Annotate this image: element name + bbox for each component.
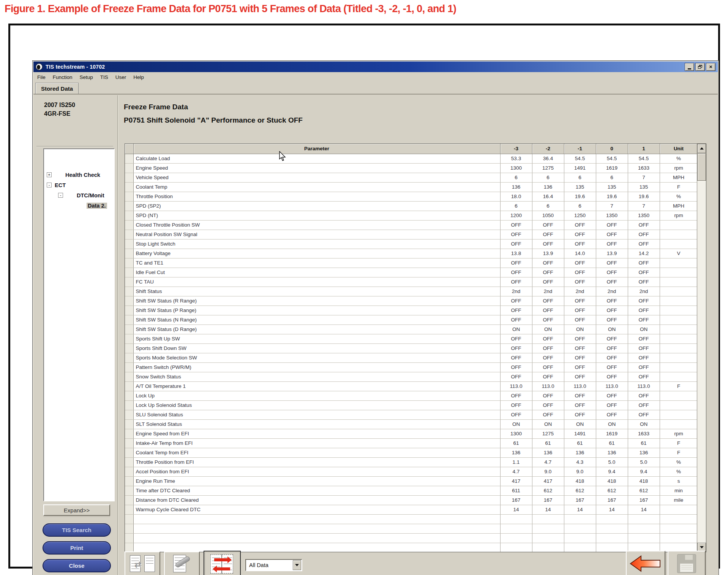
- table-row[interactable]: Shift SW Status (P Range)OFFOFFOFFOFFOFF: [125, 306, 697, 315]
- table-row[interactable]: Snow Switch StatusOFFOFFOFFOFFOFF: [125, 372, 697, 381]
- table-row[interactable]: Shift SW Status (N Range)OFFOFFOFFOFFOFF: [125, 315, 697, 325]
- close-window-button[interactable]: ✕: [706, 63, 715, 71]
- table-row[interactable]: Calculate Load53.336.454.554.554.5%: [125, 154, 697, 163]
- table-row[interactable]: FC TAUOFFOFFOFFOFFOFF: [125, 277, 697, 287]
- table-row[interactable]: Lock Up Solenoid StatusOFFOFFOFFOFFOFF: [125, 400, 697, 410]
- table-row[interactable]: Accel Position from EFI4.79.09.09.49.4%: [125, 467, 697, 476]
- vehicle-model: 2007 IS250: [44, 101, 75, 109]
- table-row[interactable]: Engine Run Time417417418418418s: [125, 476, 697, 486]
- close-button[interactable]: Close: [43, 559, 111, 572]
- table-row[interactable]: Stop Light SwitchOFFOFFOFFOFFOFF: [125, 239, 697, 249]
- parameter-cell: Accel Position from EFI: [133, 467, 500, 476]
- empty-row[interactable]: [125, 524, 697, 533]
- table-row[interactable]: TC and TE1OFFOFFOFFOFFOFF: [125, 258, 697, 268]
- col-header-frame-0[interactable]: 0: [596, 144, 628, 154]
- table-row[interactable]: SLU Solenoid StatusOFFOFFOFFOFFOFF: [125, 410, 697, 419]
- table-row[interactable]: Coolant Temp136136135135135F: [125, 182, 697, 192]
- empty-row[interactable]: [125, 533, 697, 543]
- scroll-up-button[interactable]: [697, 144, 706, 153]
- value-cell: OFF: [564, 230, 596, 239]
- table-row[interactable]: Pattern Switch (PWR/M)OFFOFFOFFOFFOFF: [125, 362, 697, 372]
- table-row[interactable]: Distance from DTC Cleared167167167167167…: [125, 495, 697, 505]
- data-filter-select[interactable]: All Data: [245, 559, 302, 571]
- tree-item-dtc-monitor[interactable]: - DTC/Monit: [44, 191, 114, 201]
- table-row[interactable]: Sports Mode Selection SWOFFOFFOFFOFFOFF: [125, 353, 697, 362]
- tab-stored-data[interactable]: Stored Data: [35, 83, 79, 94]
- table-row[interactable]: Throttle Position from EFI1.14.74.35.05.…: [125, 457, 697, 467]
- value-cell: 1633: [628, 429, 660, 438]
- collapse-minus-icon[interactable]: -: [58, 193, 63, 198]
- row-selector-cell: [125, 182, 133, 192]
- compare-data-button[interactable]: ⇄: [125, 551, 160, 575]
- col-header-frame-minus2[interactable]: -2: [532, 144, 564, 154]
- value-cell: [628, 514, 660, 524]
- annotate-data-button[interactable]: [164, 551, 200, 575]
- menu-user[interactable]: User: [115, 74, 126, 80]
- menu-help[interactable]: Help: [133, 74, 144, 80]
- tree-item-ect[interactable]: - ECT: [44, 181, 114, 191]
- dtc-subtitle: P0751 Shift Solenoid "A" Performance or …: [124, 116, 303, 124]
- menu-function[interactable]: Function: [53, 74, 73, 80]
- combo-dropdown-button[interactable]: [293, 560, 301, 570]
- table-row[interactable]: Shift SW Status (D Range)ONONONONON: [125, 325, 697, 334]
- table-row[interactable]: Battery Voltage13.813.914.013.914.2V: [125, 249, 697, 258]
- unit-cell: [660, 391, 697, 400]
- table-row[interactable]: Shift SW Status (R Range)OFFOFFOFFOFFOFF: [125, 296, 697, 306]
- window-title: TIS techstream - 10702: [46, 64, 685, 70]
- table-row[interactable]: Neutral Position SW SignalOFFOFFOFFOFFOF…: [125, 230, 697, 239]
- table-row[interactable]: Sports Shift Down SWOFFOFFOFFOFFOFF: [125, 343, 697, 353]
- tree-item-label[interactable]: ECT: [55, 182, 66, 188]
- col-header-frame-1[interactable]: 1: [628, 144, 660, 154]
- tree-item-label[interactable]: DTC/Monit: [77, 192, 104, 198]
- table-row[interactable]: Engine Speed13001275149116191633rpm: [125, 163, 697, 173]
- table-row[interactable]: Lock UpOFFOFFOFFOFFOFF: [125, 391, 697, 400]
- menu-tis[interactable]: TIS: [100, 74, 108, 80]
- back-button[interactable]: [626, 551, 665, 575]
- table-row[interactable]: Closed Throttle Position SWOFFOFFOFFOFFO…: [125, 220, 697, 230]
- table-row[interactable]: Intake-Air Temp from EFI6161616161F: [125, 438, 697, 448]
- tree-item-data2[interactable]: Data 2.: [44, 201, 114, 211]
- table-row[interactable]: Throttle Position18.016.419.619.619.6%: [125, 192, 697, 201]
- value-cell: ON: [596, 325, 628, 334]
- print-button[interactable]: Print: [43, 541, 111, 555]
- parameter-cell: SPD (NT): [133, 211, 500, 220]
- swap-view-button[interactable]: [204, 551, 241, 575]
- col-header-unit[interactable]: Unit: [660, 144, 697, 154]
- expand-button[interactable]: Expand>>: [43, 504, 110, 516]
- tree-item-label-selected[interactable]: Data 2.: [87, 203, 107, 209]
- save-button[interactable]: [668, 551, 706, 575]
- table-row[interactable]: Sports Shift Up SWOFFOFFOFFOFFOFF: [125, 334, 697, 343]
- tis-search-button[interactable]: TIS Search: [43, 523, 111, 537]
- table-row[interactable]: Engine Speed from EFI1300127514911619163…: [125, 429, 697, 438]
- value-cell: 418: [596, 476, 628, 486]
- value-cell: OFF: [500, 268, 532, 277]
- col-header-frame-minus1[interactable]: -1: [564, 144, 596, 154]
- table-row[interactable]: SPD (NT)12001050125013501350rpm: [125, 211, 697, 220]
- minimize-button[interactable]: [685, 63, 694, 71]
- empty-row[interactable]: [125, 514, 697, 524]
- col-header-parameter[interactable]: Parameter: [133, 144, 500, 154]
- grid-scrollbar[interactable]: [697, 144, 706, 552]
- value-cell: 14: [532, 505, 564, 514]
- expand-plus-icon[interactable]: +: [47, 172, 52, 177]
- row-selector-cell: [125, 211, 133, 220]
- collapse-minus-icon[interactable]: -: [47, 183, 52, 187]
- scroll-thumb[interactable]: [697, 153, 706, 181]
- table-row[interactable]: SLT Solenoid StatusONONONONON: [125, 419, 697, 429]
- table-row[interactable]: Shift Status2nd2nd2nd2nd2nd: [125, 287, 697, 296]
- col-header-frame-minus3[interactable]: -3: [500, 144, 532, 154]
- table-row[interactable]: Time after DTC Cleared611612612612612min: [125, 486, 697, 495]
- restore-button[interactable]: [695, 63, 705, 71]
- table-row[interactable]: A/T Oil Temperature 1113.0113.0113.0113.…: [125, 381, 697, 391]
- table-row[interactable]: SPD (SP2)66677MPH: [125, 201, 697, 211]
- tree-item-label[interactable]: Health Check: [65, 172, 100, 178]
- table-row[interactable]: Idle Fuel CutOFFOFFOFFOFFOFF: [125, 268, 697, 277]
- tree-item-health-check[interactable]: + Health Check: [44, 170, 114, 181]
- table-row[interactable]: Vehicle Speed66667MPH: [125, 173, 697, 182]
- value-cell: 7: [628, 173, 660, 182]
- row-selector-cell: [125, 400, 133, 410]
- menu-setup[interactable]: Setup: [80, 74, 93, 80]
- table-row[interactable]: Warmup Cycle Cleared DTC1414141414: [125, 505, 697, 514]
- menu-file[interactable]: File: [37, 74, 46, 80]
- table-row[interactable]: Coolant Temp from EFI136136136136136F: [125, 448, 697, 457]
